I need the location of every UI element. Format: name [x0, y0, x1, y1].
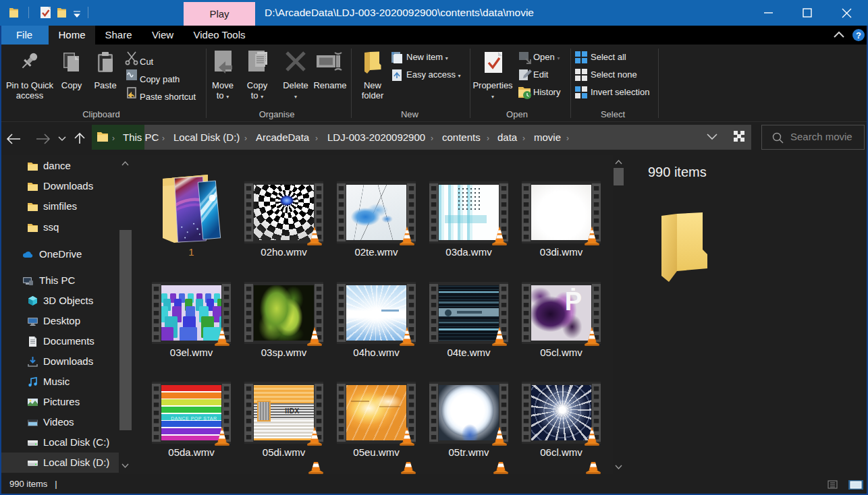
svg-text:?: ?	[856, 30, 861, 40]
